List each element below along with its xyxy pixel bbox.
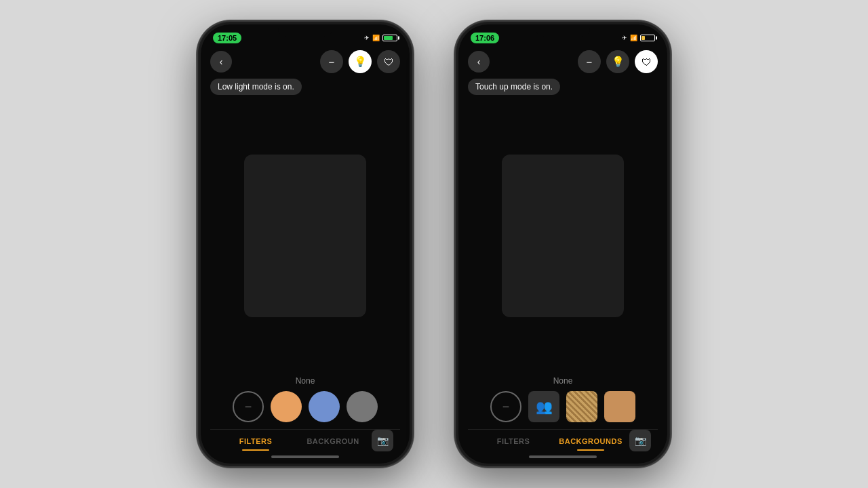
time-right: 17:06 <box>471 33 499 43</box>
bulb-button-left[interactable]: 💡 <box>349 50 372 73</box>
tooltip-left: Low light mode is on. <box>210 79 302 95</box>
tab-backgrounds-right[interactable]: BACKGROUNDS <box>552 430 629 451</box>
battery-left <box>382 35 397 41</box>
minus-button-left[interactable]: − <box>320 50 343 73</box>
home-indicator-right <box>529 455 597 458</box>
preview-box-right <box>502 155 624 317</box>
phone-right: 17:06 ✈ 📶 ‹ − 💡 🛡 Touch up mode is on. <box>454 20 671 468</box>
bg-brown-right[interactable] <box>604 391 635 422</box>
tab-filters-right[interactable]: FILTERS <box>475 430 552 451</box>
phone-right-screen: 17:06 ✈ 📶 ‹ − 💡 🛡 Touch up mode is on. <box>458 24 667 464</box>
app-bar-right: ‹ − 💡 🛡 <box>458 47 667 79</box>
shield-button-right[interactable]: 🛡 <box>635 50 658 73</box>
shield-button-left[interactable]: 🛡 <box>377 50 400 73</box>
wifi-icon: 📶 <box>372 35 380 41</box>
bg-wicker-right[interactable] <box>566 391 597 422</box>
home-indicator-left <box>271 455 339 458</box>
camera-button-right[interactable]: 📷 <box>629 430 651 451</box>
tab-bar-right: FILTERS BACKGROUNDS 📷 <box>468 429 658 451</box>
toolbar-icons-left: − 💡 🛡 <box>320 50 400 73</box>
minus-button-right[interactable]: − <box>578 50 601 73</box>
tab-filters-left[interactable]: FILTERS <box>217 430 294 451</box>
back-button-left[interactable]: ‹ <box>210 51 232 73</box>
none-label-right: None <box>468 376 658 386</box>
camera-button-left[interactable]: 📷 <box>372 430 393 451</box>
tooltip-right: Touch up mode is on. <box>468 79 560 95</box>
battery-fill-left <box>384 36 393 40</box>
battery-right <box>640 35 655 41</box>
toolbar-icons-right: − 💡 🛡 <box>578 50 658 73</box>
bg-row-right: − 👥 <box>468 391 658 422</box>
back-button-right[interactable]: ‹ <box>468 51 490 73</box>
phone-left-screen: 17:05 ✈ 📶 ‹ − 💡 🛡 Low light mode is on. <box>201 24 410 464</box>
bg-none-right[interactable]: − <box>490 391 521 422</box>
bulb-button-right[interactable]: 💡 <box>606 50 629 73</box>
app-bar-left: ‹ − 💡 🛡 <box>201 47 410 79</box>
battery-fill-right <box>642 36 645 40</box>
filter-none-left[interactable]: − <box>233 391 264 422</box>
tab-bar-left: FILTERS BACKGROUN 📷 <box>210 429 400 451</box>
airplane-icon: ✈ <box>364 35 370 41</box>
status-bar-right: 17:06 ✈ 📶 <box>458 24 667 47</box>
preview-box-left <box>244 155 366 317</box>
time-left: 17:05 <box>213 33 241 43</box>
airplane-icon-right: ✈ <box>622 35 627 41</box>
bottom-section-right: None − 👥 FILTERS BACKGROUNDS 📷 <box>458 372 667 451</box>
status-icons-right: ✈ 📶 <box>622 35 655 41</box>
status-bar-left: 17:05 ✈ 📶 <box>201 24 410 47</box>
filter-cool-left[interactable] <box>309 391 340 422</box>
notch-left <box>278 24 332 37</box>
wifi-icon-right: 📶 <box>630 35 637 41</box>
filter-row-left: − <box>210 391 400 422</box>
bottom-section-left: None − FILTERS BACKGROUN 📷 <box>201 372 410 451</box>
phone-left: 17:05 ✈ 📶 ‹ − 💡 🛡 Low light mode is on. <box>197 20 414 468</box>
tab-backgrounds-left[interactable]: BACKGROUN <box>294 430 372 451</box>
filter-grey-left[interactable] <box>347 391 378 422</box>
status-icons-left: ✈ 📶 <box>364 35 397 41</box>
preview-area-right <box>458 99 667 372</box>
bg-people-right[interactable]: 👥 <box>528 391 559 422</box>
none-label-left: None <box>210 376 400 386</box>
preview-area-left <box>201 99 410 372</box>
notch-right <box>536 24 590 37</box>
filter-warm-left[interactable] <box>271 391 302 422</box>
